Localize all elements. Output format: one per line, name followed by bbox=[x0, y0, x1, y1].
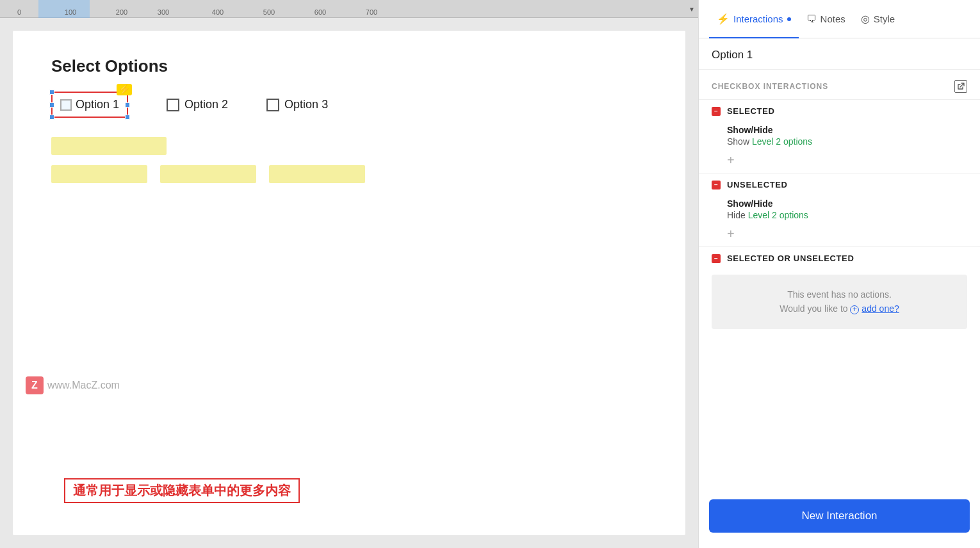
event-selected-or-unselected-name: SELECTED OR UNSELECTED bbox=[727, 254, 854, 263]
component-name: Option 1 bbox=[699, 38, 980, 70]
action-selected-desc: Show Level 2 options bbox=[727, 136, 967, 147]
placeholder-block-3 bbox=[269, 165, 365, 183]
new-interaction-button[interactable]: New Interaction bbox=[709, 499, 970, 533]
event-unselected: − UNSELECTED Show/Hide Hide Level 2 opti… bbox=[699, 173, 980, 246]
add-one-plus-icon: + bbox=[850, 305, 859, 314]
tab-interactions[interactable]: ⚡ Interactions bbox=[709, 0, 799, 38]
panel-footer: New Interaction bbox=[699, 489, 980, 548]
canvas-content: Select Options Option 1 ⚡ bbox=[13, 31, 685, 535]
handle-bottom-left[interactable] bbox=[49, 115, 54, 120]
tab-style-label: Style bbox=[874, 13, 895, 24]
ruler-mark-600: 600 bbox=[314, 8, 326, 16]
tab-interactions-label: Interactions bbox=[733, 13, 783, 24]
canvas-area: ▼ 0 100 200 300 400 500 600 700 Select O… bbox=[0, 0, 698, 548]
action-unselected-desc: Hide Level 2 options bbox=[727, 210, 967, 220]
option2-item[interactable]: Option 2 bbox=[167, 98, 228, 111]
option3-item[interactable]: Option 3 bbox=[266, 98, 328, 111]
ruler-mark-500: 500 bbox=[263, 8, 275, 16]
ruler-mark-400: 400 bbox=[212, 8, 224, 16]
ruler-mark-200: 200 bbox=[116, 8, 127, 16]
event-unselected-header: − UNSELECTED bbox=[699, 173, 980, 196]
event-selected-or-unselected-header: − SELECTED OR UNSELECTED bbox=[699, 247, 980, 270]
no-actions-text: This event has no actions. Would you lik… bbox=[724, 287, 954, 316]
placeholder-block-1 bbox=[51, 165, 147, 183]
ruler-mark-100: 100 bbox=[65, 8, 76, 16]
placeholder-row-2 bbox=[51, 165, 647, 183]
placeholder-block-wide bbox=[51, 137, 167, 155]
collapse-unselected-icon[interactable]: − bbox=[712, 181, 721, 189]
panel-tabs: ⚡ Interactions 🗨 Notes ◎ Style bbox=[699, 0, 980, 38]
style-icon: ◎ bbox=[861, 13, 870, 25]
watermark-z-logo: Z bbox=[26, 376, 44, 394]
handle-bottom-right[interactable] bbox=[125, 115, 130, 120]
add-one-link[interactable]: add one? bbox=[862, 303, 899, 314]
event-unselected-name: UNSELECTED bbox=[727, 180, 788, 189]
tab-notes[interactable]: 🗨 Notes bbox=[799, 0, 853, 38]
action-unselected-target: Level 2 options bbox=[748, 210, 808, 220]
option2-label: Option 2 bbox=[184, 98, 228, 111]
tab-notes-label: Notes bbox=[821, 13, 845, 24]
add-action-selected[interactable]: + bbox=[699, 149, 980, 173]
right-panel: ⚡ Interactions 🗨 Notes ◎ Style Option 1 … bbox=[698, 0, 980, 548]
ruler-dropdown-icon[interactable]: ▼ bbox=[685, 0, 698, 18]
option3-checkbox[interactable] bbox=[266, 99, 279, 111]
ruler-mark-0: 0 bbox=[17, 8, 21, 16]
action-selected-target: Level 2 options bbox=[752, 136, 812, 147]
add-action-unselected[interactable]: + bbox=[699, 223, 980, 246]
chinese-annotation: 通常用于显示或隐藏表单中的更多内容 bbox=[64, 478, 300, 503]
placeholder-block-2 bbox=[160, 165, 256, 183]
action-unselected-showhide[interactable]: Show/Hide Hide Level 2 options bbox=[699, 196, 980, 223]
select-options-title: Select Options bbox=[51, 56, 647, 76]
action-selected-type: Show/Hide bbox=[727, 125, 967, 135]
handle-middle-right[interactable] bbox=[125, 102, 130, 108]
option1-checkbox[interactable] bbox=[60, 99, 72, 111]
event-selected-or-unselected: − SELECTED OR UNSELECTED This event has … bbox=[699, 246, 980, 329]
interactions-dot bbox=[787, 17, 791, 21]
ruler: ▼ 0 100 200 300 400 500 600 700 bbox=[0, 0, 698, 18]
interactions-title: CHECKBOX INTERACTIONS bbox=[712, 82, 828, 91]
collapse-selected-or-unselected-icon[interactable]: − bbox=[712, 254, 721, 263]
option1-label: Option 1 bbox=[76, 98, 119, 111]
panel-body: Option 1 CHECKBOX INTERACTIONS − SELECTE… bbox=[699, 38, 980, 489]
event-selected-name: SELECTED bbox=[727, 106, 775, 116]
option2-checkbox[interactable] bbox=[167, 99, 179, 111]
watermark: Z www.MacZ.com bbox=[26, 376, 120, 394]
event-selected-header: − SELECTED bbox=[699, 100, 980, 122]
no-actions-box: This event has no actions. Would you lik… bbox=[712, 275, 967, 329]
interactions-header: CHECKBOX INTERACTIONS bbox=[699, 70, 980, 99]
option3-label: Option 3 bbox=[284, 98, 328, 111]
handle-top-left[interactable] bbox=[49, 90, 54, 95]
handle-middle-left[interactable] bbox=[49, 102, 54, 108]
action-unselected-type: Show/Hide bbox=[727, 198, 967, 209]
ruler-mark-700: 700 bbox=[366, 8, 377, 16]
ruler-mark-300: 300 bbox=[158, 8, 169, 16]
collapse-selected-icon[interactable]: − bbox=[712, 107, 721, 116]
notes-icon: 🗨 bbox=[806, 13, 817, 25]
external-link-icon[interactable] bbox=[954, 80, 967, 93]
lightning-badge: ⚡ bbox=[117, 84, 132, 95]
options-row: Option 1 ⚡ Option 2 Option 3 bbox=[51, 92, 647, 118]
watermark-url: www.MacZ.com bbox=[47, 380, 120, 391]
tab-style[interactable]: ◎ Style bbox=[853, 0, 902, 38]
interactions-icon: ⚡ bbox=[717, 13, 730, 25]
action-selected-showhide[interactable]: Show/Hide Show Level 2 options bbox=[699, 122, 980, 149]
placeholder-row-1 bbox=[51, 137, 647, 155]
option1-wrapper[interactable]: Option 1 ⚡ bbox=[51, 92, 128, 118]
event-selected: − SELECTED Show/Hide Show Level 2 option… bbox=[699, 99, 980, 173]
